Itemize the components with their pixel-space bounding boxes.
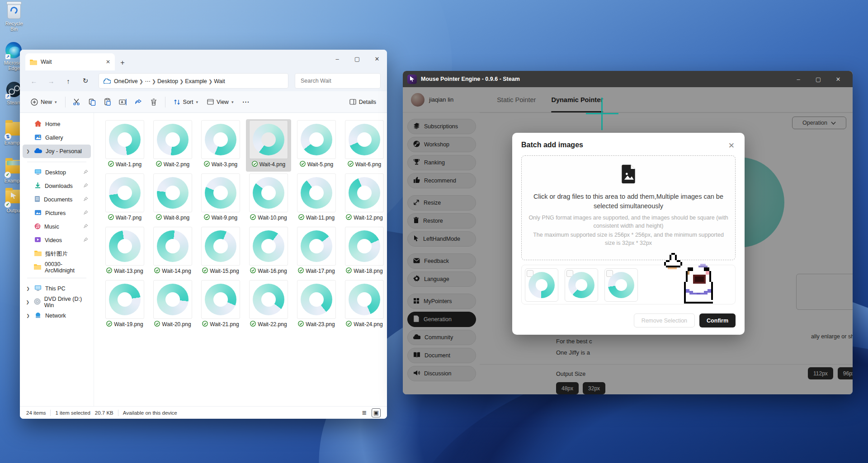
details-button[interactable]: Details <box>345 94 381 110</box>
chevron-icon[interactable]: ❯ <box>25 300 30 304</box>
paste-icon[interactable] <box>100 94 115 110</box>
file-tile-wait-16-png[interactable]: Wait-16.png <box>246 226 291 278</box>
file-tile-wait-21-png[interactable]: Wait-21.png <box>198 279 243 332</box>
spinner-image <box>568 272 594 298</box>
breadcrumb-segment[interactable]: Desktop <box>157 78 178 84</box>
breadcrumb-segment[interactable]: ⋯ <box>145 78 151 84</box>
selection-size: 20.7 KB <box>95 410 113 416</box>
remove-selection-button[interactable]: Remove Selection <box>634 313 695 327</box>
minimize-button[interactable]: – <box>788 71 808 87</box>
file-tile-wait-15-png[interactable]: Wait-15.png <box>198 226 243 278</box>
onedrive-icon <box>34 148 42 154</box>
view-button[interactable]: View▾ <box>203 94 238 110</box>
chevron-icon[interactable]: ❯ <box>25 286 31 291</box>
file-tile-wait-10-png[interactable]: Wait-10.png <box>246 173 291 225</box>
chevron-icon[interactable]: ❯ <box>25 149 31 154</box>
sidebar-item-this-pc[interactable]: ❯This PC <box>23 282 91 295</box>
recycle-bin-icon <box>5 3 23 20</box>
file-tile-wait-12-png[interactable]: Wait-12.png <box>342 173 387 225</box>
sync-check-icon <box>250 321 256 328</box>
added-image-thumbnail[interactable] <box>565 268 598 302</box>
sidebar-item-downloads[interactable]: Downloads <box>23 179 91 193</box>
up-icon[interactable]: ↑ <box>61 74 76 88</box>
dialog-close-icon[interactable]: ✕ <box>726 139 736 152</box>
file-thumbnail <box>249 227 288 266</box>
file-tile-wait-14-png[interactable]: Wait-14.png <box>150 226 195 278</box>
back-icon[interactable]: ← <box>26 74 42 88</box>
file-tile-wait-8-png[interactable]: Wait-8.png <box>150 173 195 225</box>
sidebar-item-videos[interactable]: Videos <box>23 234 91 247</box>
file-tile-wait-22-png[interactable]: Wait-22.png <box>246 279 291 332</box>
sidebar-item-home[interactable]: Home <box>23 117 91 131</box>
batch-add-images-dialog: Batch add images ✕ Click or drag files t… <box>512 133 745 335</box>
confirm-button[interactable]: Confirm <box>699 313 736 327</box>
share-icon[interactable] <box>131 94 146 110</box>
added-image-thumbnail[interactable] <box>604 268 638 302</box>
sidebar-item-dvd-drive-d-win[interactable]: ❯DVD Drive (D:) Win <box>23 295 91 309</box>
breadcrumb-segment[interactable]: OneDrive <box>114 78 138 84</box>
file-tile-wait-20-png[interactable]: Wait-20.png <box>150 279 195 332</box>
file-tile-wait-23-png[interactable]: Wait-23.png <box>294 279 339 332</box>
file-tile-wait-7-png[interactable]: Wait-7.png <box>102 173 147 225</box>
large-icons-view-icon[interactable]: ▣ <box>372 408 381 417</box>
sidebar-item-joy-personal[interactable]: ❯Joy - Personal <box>23 145 91 158</box>
file-drop-zone[interactable]: Click or drag files to this area to add … <box>521 155 736 260</box>
file-tile-wait-1-png[interactable]: Wait-1.png <box>102 119 147 172</box>
added-image-thumbnail[interactable] <box>525 268 558 302</box>
sidebar-item--[interactable]: 指针图片 <box>23 247 91 261</box>
sidebar-item-gallery[interactable]: Gallery <box>23 131 91 145</box>
close-button[interactable]: ✕ <box>367 50 387 68</box>
file-tile-wait-3-png[interactable]: Wait-3.png <box>198 119 243 172</box>
file-tile-wait-11-png[interactable]: Wait-11.png <box>294 173 339 225</box>
copy-icon[interactable] <box>85 94 100 110</box>
maximize-button[interactable]: ▢ <box>808 71 828 87</box>
forward-icon[interactable]: → <box>43 74 59 88</box>
file-tile-wait-19-png[interactable]: Wait-19.png <box>102 279 147 332</box>
file-tile-wait-5-png[interactable]: Wait-5.png <box>294 119 339 172</box>
file-thumbnail <box>153 173 192 212</box>
breadcrumb[interactable]: OneDrive ❯ ⋯ ❯ Desktop ❯ Example ❯ Wait <box>99 73 288 89</box>
new-tab-button[interactable]: + <box>115 55 130 70</box>
file-name: Wait-1.png <box>116 161 142 168</box>
breadcrumb-segment[interactable]: Wait <box>214 78 225 84</box>
chevron-icon[interactable]: ❯ <box>25 313 31 318</box>
sidebar-item-desktop[interactable]: Desktop <box>23 166 91 179</box>
file-tile-wait-6-png[interactable]: Wait-6.png <box>342 119 387 172</box>
explorer-tab[interactable]: Wait ✕ <box>25 53 115 70</box>
sidebar-item-pictures[interactable]: Pictures <box>23 206 91 220</box>
refresh-icon[interactable]: ↻ <box>78 74 93 88</box>
new-button[interactable]: New▾ <box>26 94 61 110</box>
file-tile-wait-17-png[interactable]: Wait-17.png <box>294 226 339 278</box>
close-button[interactable]: ✕ <box>828 71 848 87</box>
file-tile-wait-13-png[interactable]: Wait-13.png <box>102 226 147 278</box>
breadcrumb-segment[interactable]: Example <box>185 78 207 84</box>
file-name: Wait-22.png <box>258 321 287 327</box>
sort-button[interactable]: Sort▾ <box>169 94 203 110</box>
sidebar-item-network[interactable]: ❯Network <box>23 309 91 323</box>
file-tile-wait-24-png[interactable]: Wait-24.png <box>342 279 387 332</box>
delete-icon[interactable] <box>146 94 161 110</box>
more-options-icon[interactable]: ⋯ <box>238 94 253 110</box>
file-tile-wait-4-png[interactable]: Wait-4.png <box>246 119 291 172</box>
file-thumbnail <box>105 280 144 319</box>
desktop-icon-label: Recycle Bin <box>1 21 27 32</box>
desktop-icon-recycle-bin[interactable]: Recycle Bin <box>1 3 27 32</box>
file-thumbnail <box>201 173 240 212</box>
search-box[interactable] <box>295 73 381 89</box>
sidebar-item-documents[interactable]: Documents <box>23 193 91 206</box>
file-tile-wait-18-png[interactable]: Wait-18.png <box>342 226 387 278</box>
rename-icon[interactable] <box>115 94 131 110</box>
cut-icon[interactable] <box>69 94 85 110</box>
sidebar-item-music[interactable]: Music <box>23 220 91 234</box>
folder-icon <box>34 250 42 257</box>
tab-close-icon[interactable]: ✕ <box>106 59 110 65</box>
search-input[interactable] <box>300 77 376 84</box>
folder-icon <box>34 264 41 271</box>
details-view-icon[interactable]: ≣ <box>360 408 369 417</box>
file-tile-wait-9-png[interactable]: Wait-9.png <box>198 173 243 225</box>
file-tile-wait-2-png[interactable]: Wait-2.png <box>150 119 195 172</box>
sidebar-item-label: Downloads <box>45 183 73 189</box>
maximize-button[interactable]: ▢ <box>347 50 367 68</box>
sidebar-item-00030-arcmidnight[interactable]: 00030-ArcMidnight <box>23 261 91 274</box>
minimize-button[interactable]: – <box>327 50 347 68</box>
